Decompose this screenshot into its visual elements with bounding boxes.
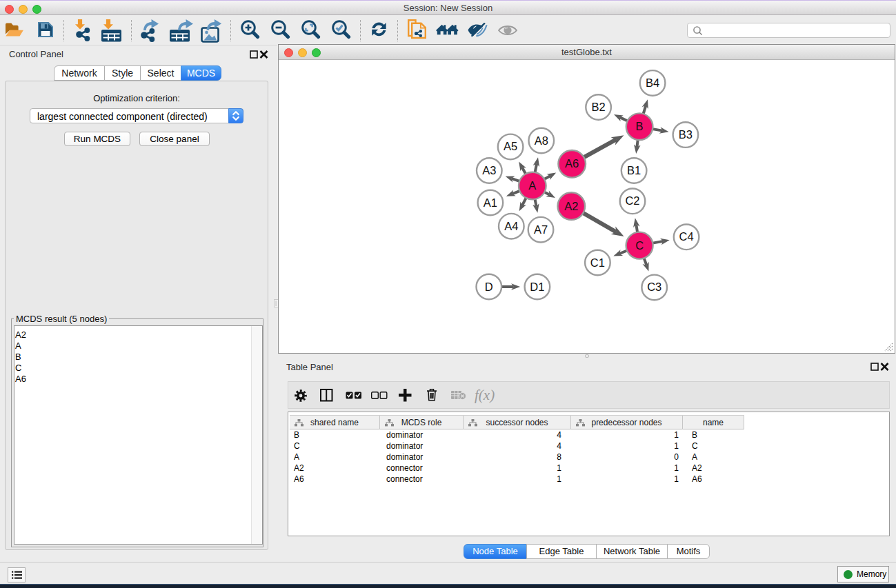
svg-text:A: A [528,179,536,192]
svg-text:A1: A1 [484,196,497,209]
svg-text:B2: B2 [592,101,606,113]
svg-text:B3: B3 [679,128,693,141]
svg-text:D: D [485,281,493,293]
svg-text:A8: A8 [535,134,548,147]
svg-text:B1: B1 [627,164,641,176]
svg-text:D1: D1 [530,281,544,293]
svg-text:A4: A4 [504,220,518,232]
svg-text:C1: C1 [590,256,605,269]
svg-text:C4: C4 [679,230,694,243]
svg-text:A7: A7 [534,223,548,236]
svg-text:A3: A3 [482,164,496,176]
svg-text:A2: A2 [564,200,578,212]
svg-text:C3: C3 [647,281,661,293]
svg-text:B: B [636,120,644,132]
svg-text:A5: A5 [504,140,517,152]
svg-text:A6: A6 [565,157,579,170]
svg-text:C2: C2 [625,194,639,207]
svg-text:B4: B4 [646,77,659,89]
svg-text:C: C [635,239,644,252]
